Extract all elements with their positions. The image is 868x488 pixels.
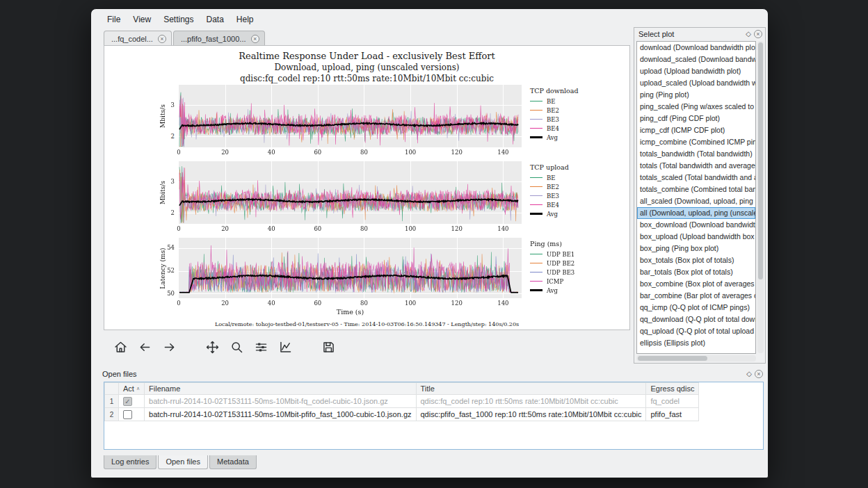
chart-canvas[interactable] xyxy=(179,85,522,147)
cell-title: qdisc:fq_codel rep:10 rtt:50ms rate:10Mb… xyxy=(416,395,646,408)
horizontal-scrollbar[interactable] xyxy=(636,355,756,361)
chart-canvas[interactable] xyxy=(179,161,522,224)
bottom-tab-open-files[interactable]: Open files xyxy=(158,455,208,469)
forward-button[interactable] xyxy=(161,338,178,356)
plot-list-item[interactable]: icmp_cdf (ICMP CDF plot) xyxy=(637,124,755,136)
plot-list-item[interactable]: upload (Upload bandwidth plot) xyxy=(637,65,755,77)
chart-legend: TCP downloadBEBE2BE3BE4Avg xyxy=(530,87,629,142)
plot-list-item[interactable]: download (Download bandwidth plot) xyxy=(637,42,755,54)
x-tick-label: 40 xyxy=(264,300,278,307)
chart-canvas[interactable] xyxy=(179,238,522,298)
menu-settings[interactable]: Settings xyxy=(157,13,200,26)
x-tick-label: 140 xyxy=(496,149,510,156)
plot-list-item[interactable]: totals_scaled (Total bandwidth and aver xyxy=(637,172,755,184)
plot-list-item[interactable]: ping_scaled (Ping w/axes scaled to remo xyxy=(637,101,755,113)
chart-legend: TCP uploadBEBE2BE3BE4Avg xyxy=(530,163,629,218)
plot-list-item[interactable]: bar_totals (Box plot of totals) xyxy=(637,266,755,278)
menu-view[interactable]: View xyxy=(127,13,157,26)
column-header-egress-qdisc[interactable]: Egress qdisc xyxy=(646,383,699,395)
plot-toolbar xyxy=(112,334,344,359)
plot-list-item[interactable]: totals (Total bandwidth and average pin xyxy=(637,160,755,172)
open-files-panel-header: Open files ◇ × xyxy=(98,368,766,380)
menu-help[interactable]: Help xyxy=(230,13,260,26)
customize-button[interactable] xyxy=(277,338,294,356)
bottom-tab-metadata[interactable]: Metadata xyxy=(209,455,257,469)
vertical-scrollbar[interactable] xyxy=(757,41,764,353)
sort-indicator-icon: ∧ xyxy=(136,386,140,391)
column-header-filename[interactable]: Filename xyxy=(145,383,416,395)
open-files-panel-title: Open files xyxy=(102,370,137,378)
legend-swatch xyxy=(530,289,542,291)
legend-entry: Avg xyxy=(530,209,629,218)
menu-data[interactable]: Data xyxy=(200,13,230,26)
plot-list-item[interactable]: box_ping (Ping box plot) xyxy=(637,243,755,254)
pan-button[interactable] xyxy=(204,338,221,356)
plot-list-item[interactable]: all_scaled (Download, upload, ping (scal… xyxy=(637,195,755,207)
plot-list-item[interactable]: bar_combine (Bar plot of averages of se xyxy=(637,290,755,302)
chart-legend: Ping (ms)UDP BE1UDP BE2UDP BE3ICMPAvg xyxy=(530,240,629,295)
x-tick-label: 100 xyxy=(403,300,417,307)
float-panel-icon[interactable]: ◇ xyxy=(746,370,752,378)
x-tick-label: 120 xyxy=(450,149,464,156)
plot-list-item[interactable]: qq_download (Q-Q plot of total downloa xyxy=(637,314,755,325)
bottom-tab-log-entries[interactable]: Log entries xyxy=(104,455,156,469)
plot-tab-1[interactable]: ...fq_codel...× xyxy=(104,31,172,46)
zoom-button[interactable] xyxy=(228,338,246,356)
x-tick-label: 100 xyxy=(403,225,417,232)
home-button[interactable] xyxy=(112,338,129,356)
save-button[interactable] xyxy=(320,338,337,356)
plot-list-item[interactable]: ping_cdf (Ping CDF plot) xyxy=(637,113,755,124)
x-tick-label: 40 xyxy=(264,149,278,156)
tab-close-icon[interactable]: × xyxy=(251,35,259,43)
plot-list-item[interactable]: all (Download, upload, ping (unscaled ve xyxy=(637,207,755,219)
open-files-table-area: Act∧FilenameTitleEgress qdisc1batch-rrul… xyxy=(104,382,764,450)
y-axis-label: Latency (ms) xyxy=(159,247,166,288)
back-button[interactable] xyxy=(136,338,154,356)
plot-list-item[interactable]: ellipsis (Ellipsis plot) xyxy=(637,337,755,349)
close-panel-icon[interactable]: × xyxy=(755,370,763,378)
figure-title-line-1: Realtime Response Under Load - exclusive… xyxy=(104,51,629,61)
vertical-scrollbar-thumb[interactable] xyxy=(758,42,763,279)
plot-list-item[interactable]: box_totals (Box plot of totals) xyxy=(637,254,755,266)
legend-title: Ping (ms) xyxy=(530,240,629,247)
column-header-title[interactable]: Title xyxy=(416,383,646,395)
plot-list-item[interactable]: icmp_combine (Combined ICMP ping pl xyxy=(637,136,755,148)
menu-file[interactable]: File xyxy=(101,13,127,26)
menu-bar: FileViewSettingsDataHelp xyxy=(101,11,260,27)
plot-list-item[interactable]: box_download (Download bandwidth b xyxy=(637,219,755,231)
y-axis-label: Mbits/s xyxy=(159,181,166,204)
plot-list-item[interactable]: box_upload (Upload bandwidth box plo xyxy=(637,231,755,243)
plot-list-item[interactable]: totals_combine (Combined total bandw xyxy=(637,184,755,195)
plot-tab-2[interactable]: ...pfifo_fast_1000...× xyxy=(173,31,265,46)
float-panel-icon[interactable]: ◇ xyxy=(746,30,751,38)
legend-label: BE3 xyxy=(547,116,559,123)
legend-entry: BE xyxy=(530,97,629,106)
subplots-button[interactable] xyxy=(252,338,270,356)
legend-label: ICMP xyxy=(547,278,563,285)
active-checkbox[interactable] xyxy=(123,397,132,406)
pan-icon xyxy=(205,340,220,355)
plot-list-item[interactable]: box_combine (Box plot of averages of se xyxy=(637,278,755,290)
plot-list-item[interactable]: qq_icmp (Q-Q plot of ICMP pings) xyxy=(637,302,755,314)
plot-list-item[interactable]: download_scaled (Download bandwidth xyxy=(637,54,755,65)
legend-swatch xyxy=(530,213,542,215)
close-panel-icon[interactable]: × xyxy=(754,30,762,38)
column-header-act[interactable]: Act∧ xyxy=(119,383,145,395)
file-row[interactable]: 1batch-rrul-2014-10-02T153111-50ms-10Mbi… xyxy=(105,395,699,408)
legend-swatch xyxy=(530,263,542,264)
x-tick-label: 60 xyxy=(311,149,325,156)
horizontal-scrollbar-thumb[interactable] xyxy=(638,356,707,361)
plot-list-item[interactable]: totals_bandwidth (Total bandwidth) xyxy=(637,148,755,160)
x-tick-label: 20 xyxy=(218,300,232,307)
plot-list-item[interactable]: ping (Ping plot) xyxy=(637,89,755,101)
legend-label: BE4 xyxy=(547,202,559,209)
active-checkbox[interactable] xyxy=(123,410,132,419)
plot-list-item[interactable]: upload_scaled (Upload bandwidth w/ax xyxy=(637,77,755,89)
tab-close-icon[interactable]: × xyxy=(158,35,166,43)
plot-list-item[interactable]: qq_upload (Q-Q plot of total upload ba xyxy=(637,325,755,337)
legend-entry: BE2 xyxy=(530,182,629,191)
legend-title: TCP upload xyxy=(530,163,629,171)
legend-entry: ICMP xyxy=(530,277,629,286)
file-row[interactable]: 2batch-rrul-2014-10-02T153111-50ms-10Mbi… xyxy=(105,408,699,421)
legend-label: Avg xyxy=(547,287,558,294)
